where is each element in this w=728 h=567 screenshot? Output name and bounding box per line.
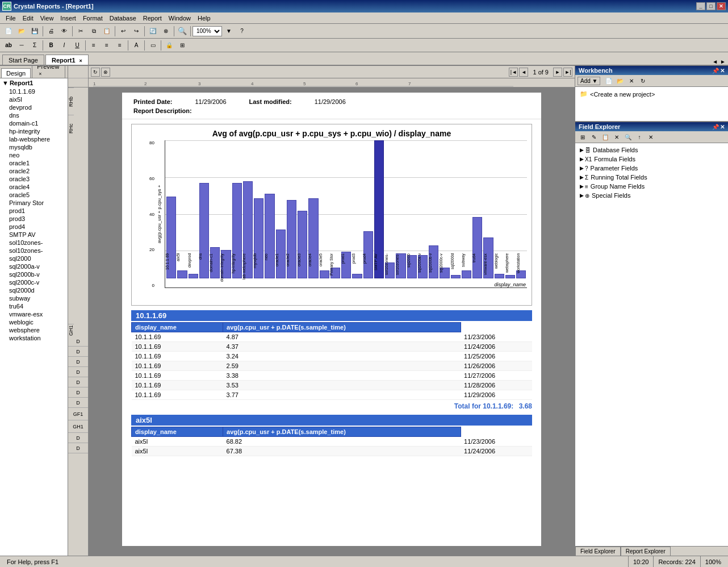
underline-btn[interactable]: U xyxy=(71,40,83,51)
tab-field-explorer[interactable]: Field Explorer xyxy=(575,547,621,556)
last-page-btn[interactable]: ►| xyxy=(563,68,572,77)
tree-item[interactable]: sql2000a-v xyxy=(0,262,68,270)
prev-page-btn[interactable]: ◄ xyxy=(519,68,528,77)
fe-btn4[interactable]: ✕ xyxy=(612,132,622,141)
window-controls[interactable]: _ □ ✕ xyxy=(696,2,726,10)
tree-item[interactable]: domain-c1 xyxy=(0,119,68,127)
tree-item[interactable]: dns xyxy=(0,111,68,119)
fe-btn6[interactable]: ↑ xyxy=(634,132,645,141)
lock-btn[interactable]: 🔒 xyxy=(163,40,175,51)
tree-root[interactable]: ▼ Report1 xyxy=(0,78,68,87)
tree-item[interactable]: weblogic xyxy=(0,318,68,326)
tree-item[interactable]: oracle4 xyxy=(0,183,68,191)
first-page-btn[interactable]: |◄ xyxy=(509,68,518,77)
design-tab[interactable]: Design xyxy=(1,68,31,78)
tree-item[interactable]: oracle1 xyxy=(0,159,68,167)
refresh-icon[interactable]: ↻ xyxy=(91,68,100,77)
sigma-btn[interactable]: Σ xyxy=(28,40,41,51)
fe-btn2[interactable]: ✎ xyxy=(589,132,599,141)
field-tree-item[interactable]: ▶ X1 Formula Fields xyxy=(578,155,726,164)
workbench-open-btn[interactable]: 📂 xyxy=(615,76,625,85)
menu-insert[interactable]: Insert xyxy=(57,14,80,23)
zoom-select[interactable]: 100%75%50% xyxy=(193,26,222,36)
add-button[interactable]: Add ▼ xyxy=(578,77,600,85)
tree-item[interactable]: sql2000c-v xyxy=(0,278,68,286)
preview-close[interactable]: × xyxy=(39,71,41,77)
field-tree-item[interactable]: ▶ ⊕ Special Fields xyxy=(578,191,726,200)
workbench-new-btn[interactable]: 📄 xyxy=(604,76,614,85)
fields-btn[interactable]: ⊞ xyxy=(176,40,189,51)
search-btn[interactable]: 🔍 xyxy=(176,26,189,37)
undo-btn[interactable]: ↩ xyxy=(117,26,129,37)
italic-btn[interactable]: I xyxy=(58,40,70,51)
help-btn[interactable]: ? xyxy=(236,26,248,37)
font-color-btn[interactable]: A xyxy=(130,40,143,51)
tree-item[interactable]: sql2000d xyxy=(0,286,68,294)
preview-btn[interactable]: 👁 xyxy=(58,26,70,37)
line-btn[interactable]: ─ xyxy=(15,40,28,51)
tree-item[interactable]: oracle5 xyxy=(0,191,68,199)
maximize-button[interactable]: □ xyxy=(706,2,716,10)
fe-btn1[interactable]: ⊞ xyxy=(578,132,588,141)
next-page-btn[interactable]: ► xyxy=(553,68,562,77)
menu-database[interactable]: Database xyxy=(106,14,140,23)
fe-btn5[interactable]: 🔍 xyxy=(623,132,633,141)
redo-btn[interactable]: ↪ xyxy=(130,26,143,37)
align-right-btn[interactable]: ≡ xyxy=(114,40,126,51)
paste-btn[interactable]: 📋 xyxy=(101,26,113,37)
tree-item[interactable]: devprod xyxy=(0,103,68,111)
tree-item[interactable]: sol10zones- xyxy=(0,239,68,247)
copy-btn[interactable]: ⧉ xyxy=(87,26,100,37)
field-tree-item[interactable]: ▶ ? Parameter Fields xyxy=(578,164,726,173)
tree-item[interactable]: SMTP AV xyxy=(0,231,68,239)
new-btn[interactable]: 📄 xyxy=(2,26,15,37)
tree-item[interactable]: vmware-esx xyxy=(0,310,68,318)
tree-item[interactable]: prod4 xyxy=(0,223,68,231)
preview-tab[interactable]: Preview × xyxy=(32,66,65,78)
tree-item[interactable]: hp-integrity xyxy=(0,127,68,135)
minimize-button[interactable]: _ xyxy=(696,2,705,10)
fe-btn3[interactable]: 📋 xyxy=(600,132,610,141)
menu-help[interactable]: Help xyxy=(194,14,214,23)
open-btn[interactable]: 📂 xyxy=(15,26,28,37)
tree-item[interactable]: sql2000 xyxy=(0,255,68,262)
tree-item[interactable]: prod1 xyxy=(0,207,68,215)
tree-item[interactable]: sql2000b-v xyxy=(0,270,68,278)
field-tree-item[interactable]: ▶ 🗄 Database Fields xyxy=(578,145,726,155)
workbench-close-btn[interactable]: ✕ xyxy=(720,68,725,74)
tree-item[interactable]: subway xyxy=(0,294,68,302)
zoom-arrow[interactable]: ▼ xyxy=(223,26,235,37)
stop-icon[interactable]: ⊗ xyxy=(101,68,110,77)
tab-right-arrow[interactable]: ► xyxy=(720,59,726,65)
menu-edit[interactable]: Edit xyxy=(19,14,37,23)
tab-start-page[interactable]: Start Page xyxy=(2,55,44,65)
field-tree-item[interactable]: ▶ Σ Running Total Fields xyxy=(578,173,726,182)
tree-item[interactable]: websphere xyxy=(0,326,68,334)
tree-item[interactable]: tru64 xyxy=(0,302,68,310)
fe-btn7[interactable]: ✕ xyxy=(646,132,656,141)
cut-btn[interactable]: ✂ xyxy=(74,26,87,37)
field-tree-item[interactable]: ▶ ≡ Group Name Fields xyxy=(578,182,726,191)
text-btn[interactable]: ab xyxy=(2,40,15,51)
close-button[interactable]: ✕ xyxy=(717,2,726,10)
print-btn[interactable]: 🖨 xyxy=(45,26,57,37)
border-btn[interactable]: ▭ xyxy=(147,40,159,51)
menu-file[interactable]: File xyxy=(2,14,19,23)
workbench-delete-btn[interactable]: ✕ xyxy=(626,76,637,85)
tree-item[interactable]: lab-websphere xyxy=(0,135,68,143)
menu-report[interactable]: Report xyxy=(140,14,165,23)
menu-view[interactable]: View xyxy=(37,14,57,23)
tree-item[interactable]: oracle2 xyxy=(0,167,68,175)
tree-item[interactable]: mysqldb xyxy=(0,143,68,151)
cancel-btn[interactable]: ⊗ xyxy=(160,26,172,37)
menu-format[interactable]: Format xyxy=(80,14,106,23)
tab-report-explorer[interactable]: Report Explorer xyxy=(621,547,671,556)
tree-item[interactable]: Primary Stor xyxy=(0,199,68,207)
tree-item[interactable]: workstation xyxy=(0,334,68,342)
tree-item[interactable]: aix5l xyxy=(0,95,68,103)
tab-report1[interactable]: Report1 × xyxy=(45,55,89,65)
menu-window[interactable]: Window xyxy=(165,14,194,23)
tree-item[interactable]: neo xyxy=(0,151,68,159)
tree-item[interactable]: sol10zones- xyxy=(0,247,68,255)
tab-navigation[interactable]: ◄ ► xyxy=(712,59,726,65)
